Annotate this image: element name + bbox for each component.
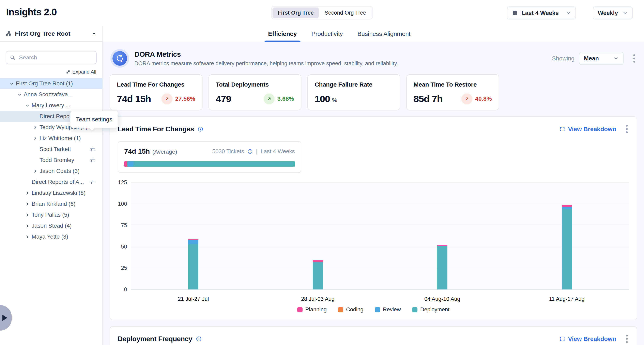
legend-swatch (375, 307, 380, 312)
expand-corners-icon (560, 126, 565, 132)
chevron-down-icon[interactable] (17, 92, 24, 97)
metric-value: 479 (216, 93, 231, 104)
view-breakdown-label: View Breakdown (568, 126, 616, 132)
legend-swatch (338, 307, 343, 312)
chevron-down-icon[interactable] (25, 103, 32, 108)
tab-productivity[interactable]: Productivity (311, 26, 344, 42)
tree-item-label: Mary Lowery ... (32, 102, 70, 109)
granularity-select-value: Weekly (598, 10, 619, 16)
kebab-menu-icon[interactable] (625, 124, 629, 134)
average-value: 74d 15h (124, 147, 150, 155)
expand-all-button[interactable]: Expand All (6, 69, 96, 75)
chevron-right-icon[interactable] (25, 201, 32, 206)
view-breakdown-link[interactable]: View Breakdown (560, 336, 616, 342)
average-summary-card: 74d 15h (Average) 5030 Tickets | Last 4 … (118, 141, 301, 173)
gridline (131, 268, 629, 268)
metric-cards: Lead Time For Changes74d 15h27.56%Total … (110, 74, 637, 110)
tab-efficiency[interactable]: Efficiency (267, 26, 298, 42)
sidebar-header: First Org Tree Root (0, 26, 102, 42)
tree-item[interactable]: Todd Bromley (0, 155, 102, 166)
legend-item-deployment: Deployment (412, 306, 450, 313)
trend-up-icon (264, 94, 274, 104)
tree-item[interactable]: Anna Scozzafava... (0, 89, 102, 100)
org-toggle-second[interactable]: Second Org Tree (319, 8, 372, 18)
tree-item-label: Direct Reports of A... (32, 179, 84, 185)
legend-label: Deployment (420, 306, 450, 313)
period-select-value: Last 4 Weeks (522, 10, 562, 16)
legend-item-review: Review (375, 306, 401, 313)
tree-item[interactable]: Mary Lowery ... (0, 100, 102, 111)
chevron-right-icon[interactable] (25, 223, 32, 228)
chevron-right-icon[interactable] (25, 190, 32, 196)
aggregation-select[interactable]: Mean (579, 52, 624, 65)
tree-item-label: Liz Whittome (1) (40, 135, 81, 142)
metric-title: Total Deployments (216, 81, 294, 88)
y-tick-label: 75 (121, 222, 127, 228)
bar-segment-planning (313, 260, 323, 262)
tree-item[interactable]: Direct Reports of A... (0, 176, 102, 188)
tree-item-label: Anna Scozzafava... (24, 91, 72, 98)
tree-item[interactable]: Brian Kirkland (6) (0, 198, 102, 210)
dora-metrics-icon (110, 49, 129, 68)
lead-time-chart: 0255075100125 21 Jul-27 Jul28 Jul-03 Aug… (118, 182, 629, 313)
gridline (131, 225, 629, 226)
top-bar: Insights 2.0 First Org TreeSecond Org Tr… (0, 0, 644, 26)
granularity-select[interactable]: Weekly (593, 6, 633, 20)
metric-card: Lead Time For Changes74d 15h27.56% (110, 74, 202, 110)
team-settings-icon[interactable] (89, 146, 96, 152)
chevron-right-icon[interactable] (25, 212, 32, 218)
tree-item-label: Tony Pallas (5) (32, 212, 69, 218)
period-label: Last 4 Weeks (260, 148, 295, 155)
trend-up-icon (462, 94, 472, 104)
info-icon[interactable] (248, 149, 253, 154)
tree-item-label: First Org Tree Root (1) (16, 80, 73, 87)
metric-card: Total Deployments4793.68% (208, 74, 301, 110)
view-breakdown-link[interactable]: View Breakdown (560, 126, 616, 132)
kebab-menu-icon[interactable] (625, 334, 629, 344)
chevron-down-icon[interactable] (9, 81, 16, 86)
period-select[interactable]: Last 4 Weeks (507, 6, 576, 20)
tree-item[interactable]: Tony Pallas (5) (0, 210, 102, 220)
chevron-right-icon[interactable] (25, 234, 32, 240)
team-settings-icon[interactable] (89, 179, 96, 185)
chevron-right-icon[interactable] (33, 136, 40, 141)
tree-item[interactable]: Liz Whittome (1) (0, 133, 102, 144)
search-input[interactable] (19, 54, 92, 61)
tree-item[interactable]: Lindsay Liszewski (8) (0, 188, 102, 198)
chevron-right-icon[interactable] (33, 168, 40, 174)
tree-item[interactable]: Maya Yette (3) (0, 231, 102, 242)
collapse-sidebar-button[interactable] (92, 31, 97, 36)
aggregation-select-value: Mean (584, 55, 610, 62)
org-toggle-first[interactable]: First Org Tree (272, 8, 319, 18)
kebab-menu-icon[interactable] (632, 53, 636, 64)
search-box[interactable] (6, 51, 97, 64)
legend-label: Review (383, 306, 401, 313)
dora-header: DORA Metrics DORA metrics measure softwa… (110, 49, 636, 68)
x-tick-label: 21 Jul-27 Jul (178, 296, 209, 302)
org-tree: First Org Tree Root (1)Anna Scozzafava..… (0, 78, 102, 242)
chevron-right-icon[interactable] (33, 125, 40, 130)
tree-item[interactable]: First Org Tree Root (1) (0, 78, 102, 89)
legend-item-planning: Planning (297, 306, 327, 313)
legend-swatch (297, 307, 302, 312)
bar-21-jul-27-jul (188, 240, 198, 290)
info-icon[interactable] (196, 336, 202, 342)
lead-time-header-actions: View Breakdown (560, 124, 629, 134)
metric-delta-value: 3.68% (278, 96, 294, 102)
tree-item[interactable]: Jason Stead (4) (0, 220, 102, 231)
tree-item[interactable]: Scott Tarkett (0, 144, 102, 155)
tree-item[interactable]: Jason Coats (3) (0, 166, 102, 176)
info-icon[interactable] (198, 126, 203, 132)
legend-label: Planning (306, 306, 327, 313)
x-tick-label: 04 Aug-10 Aug (424, 296, 460, 302)
metric-delta-badge: 27.56% (162, 94, 195, 104)
metric-delta-badge: 3.68% (264, 94, 294, 104)
phase-segment-planning (124, 161, 127, 166)
x-axis-labels: 21 Jul-27 Jul28 Jul-03 Aug04 Aug-10 Aug1… (131, 290, 629, 303)
metric-title: Change Failure Rate (315, 81, 393, 88)
legend-swatch (412, 307, 418, 312)
content: DORA Metrics DORA metrics measure softwa… (103, 42, 644, 345)
tab-business-alignment[interactable]: Business Alignment (357, 26, 411, 42)
legend-item-coding: Coding (338, 306, 364, 313)
team-settings-icon[interactable] (89, 157, 96, 163)
